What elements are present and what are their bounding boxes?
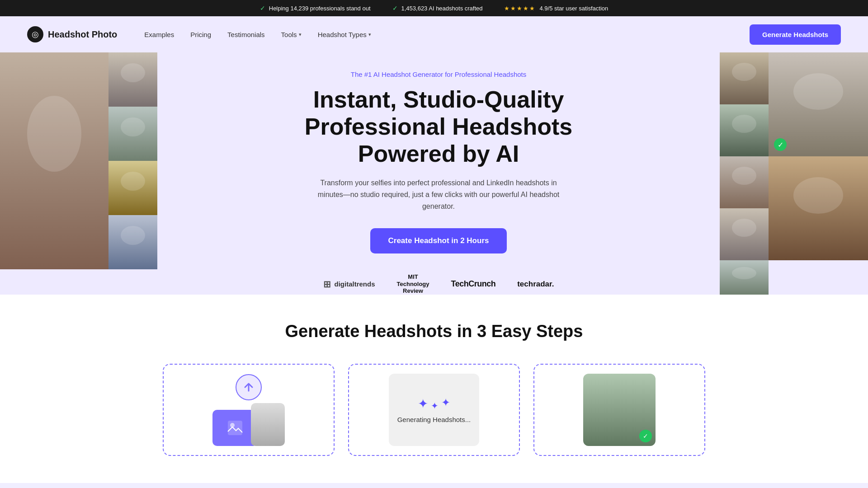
left-small-photo-4 (108, 215, 157, 269)
right-photo-1 (720, 52, 769, 104)
nav-testimonials[interactable]: Testimonials (227, 31, 265, 38)
nav-headshot-types[interactable]: Headshot Types ▾ (318, 31, 371, 38)
chevron-down-icon: ▾ (299, 32, 302, 38)
check-icon-2: ✓ (392, 5, 398, 12)
techcrunch-logo: TechCrunch (451, 279, 496, 289)
right-photo-2: ✓ (769, 52, 868, 156)
left-big-photo-2 (0, 52, 108, 269)
check-badge-2: ✓ (774, 138, 787, 151)
banner-text-1: Helping 14,239 professionals stand out (269, 5, 371, 12)
techradar-logo: techradar. (517, 280, 554, 289)
svg-rect-1 (228, 421, 242, 435)
banner-item-3: ★★★★★ 4.9/5 star user satisfaction (504, 5, 608, 12)
left-small-col-2 (108, 161, 157, 269)
digitaltrends-icon: ⊞ (323, 279, 331, 290)
logo[interactable]: ◎ Headshot Photo (27, 26, 117, 42)
top-banner: ✓ Helping 14,239 professionals stand out… (0, 0, 868, 16)
person-photo-5 (108, 161, 157, 215)
press-logos: ⊞ digitaltrends MITTechnologyReview Tech… (323, 273, 554, 295)
hero-title: Instant, Studio-Quality Professional Hea… (303, 86, 574, 167)
hero-center: The #1 AI Headshot Generator for Profess… (157, 52, 720, 295)
steps-row: ✦ ✦ ✦ Generating Headshots... ✓ (36, 364, 832, 456)
step-1-inner (212, 374, 285, 446)
hero-tag: The #1 AI Headshot Generator for Profess… (351, 70, 527, 78)
right-photo-5 (769, 156, 868, 260)
steps-title: Generate Headshots in 3 Easy Steps (36, 322, 832, 341)
sparkle-icon-2: ✦ (431, 400, 439, 411)
sparkle-group: ✦ ✦ ✦ (418, 396, 450, 411)
nav-pricing[interactable]: Pricing (190, 31, 211, 38)
mit-tech-review-logo: MITTechnologyReview (397, 273, 429, 295)
banner-text-2: 1,453,623 AI headshots crafted (401, 5, 483, 12)
banner-item-1: ✓ Helping 14,239 professionals stand out (260, 5, 371, 12)
step-card-2: ✦ ✦ ✦ Generating Headshots... (348, 364, 520, 456)
right-photo-4 (720, 156, 769, 208)
upload-arrow-icon (235, 374, 262, 403)
steps-section: Generate Headshots in 3 Easy Steps (0, 295, 868, 483)
nav-examples[interactable]: Examples (144, 31, 174, 38)
step-card-1 (163, 364, 335, 456)
person-photo-4 (0, 52, 108, 269)
right-photo-grid: ✓ (720, 52, 868, 295)
right-photo-6 (720, 208, 769, 260)
stars: ★★★★★ (504, 5, 536, 12)
create-headshot-button[interactable]: Create Headshot in 2 Hours (370, 228, 507, 253)
digitaltrends-logo: ⊞ digitaltrends (323, 279, 375, 290)
right-photo-3 (720, 104, 769, 156)
rating-text: 4.9/5 star user satisfaction (539, 5, 608, 12)
left-small-photo-2 (108, 107, 157, 161)
person-photo-2 (108, 52, 157, 107)
nav-links: Examples Pricing Testimonials Tools ▾ He… (144, 31, 750, 38)
ai-label: Generating Headshots... (397, 416, 471, 423)
right-photo-7 (720, 260, 769, 295)
logo-icon: ◎ (27, 26, 43, 42)
navbar: ◎ Headshot Photo Examples Pricing Testim… (0, 16, 868, 52)
hero-section: ✓ The #1 AI Headshot Generator for Profe… (0, 52, 868, 295)
face-card (251, 403, 285, 446)
left-photo-grid: ✓ (0, 52, 157, 295)
banner-item-2: ✓ 1,453,623 AI headshots crafted (392, 5, 483, 12)
generate-headshots-button[interactable]: Generate Headshots (750, 24, 841, 45)
chevron-down-icon-2: ▾ (368, 32, 371, 38)
result-photo-card: ✓ (583, 374, 656, 446)
check-icon-1: ✓ (260, 5, 265, 12)
person-photo-6 (108, 215, 157, 269)
sparkle-icon-1: ✦ (418, 396, 428, 411)
hero-subtitle: Transform your selfies into perfect prof… (312, 177, 565, 212)
left-small-photo-1 (108, 52, 157, 107)
upload-illustration (212, 374, 285, 446)
sparkle-icon-3: ✦ (441, 396, 450, 411)
nav-tools[interactable]: Tools ▾ (281, 31, 302, 38)
ai-generating-card: ✦ ✦ ✦ Generating Headshots... (389, 374, 479, 446)
result-check-badge: ✓ (639, 430, 652, 442)
logo-text: Headshot Photo (48, 29, 117, 40)
person-photo-3 (108, 107, 157, 161)
step-card-3: ✓ (533, 364, 705, 456)
left-small-col (108, 52, 157, 161)
left-small-photo-3 (108, 161, 157, 215)
face-photo (251, 403, 285, 446)
